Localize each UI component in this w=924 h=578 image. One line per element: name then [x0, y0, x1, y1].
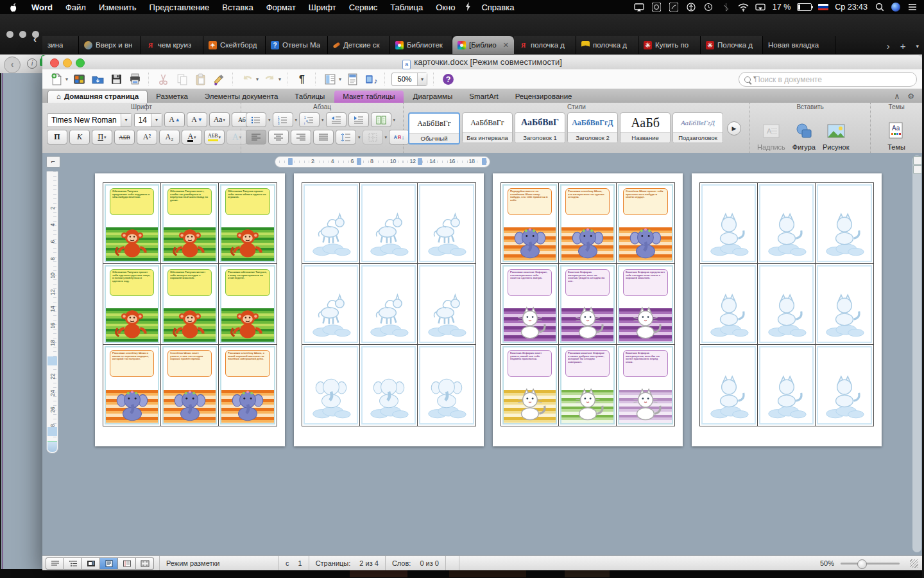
- table-cell[interactable]: Обезьянка Тянучка просит тебя сделать гр…: [103, 264, 161, 345]
- table-column-marker[interactable]: [482, 158, 486, 165]
- textbox-button[interactable]: АНадпись: [755, 121, 788, 151]
- browser-tab-4[interactable]: ?Ответы Ма: [266, 36, 328, 54]
- tab-selector[interactable]: ⌐: [46, 156, 60, 168]
- zoom-select[interactable]: 50%▾: [391, 73, 427, 86]
- browser-tab-10[interactable]: ✳Купить по: [638, 36, 701, 54]
- subscript-button[interactable]: А₂: [159, 130, 180, 144]
- document-elements-icon[interactable]: [345, 71, 360, 87]
- tab-close-icon[interactable]: ✕: [503, 41, 509, 49]
- table-cell[interactable]: [418, 183, 475, 264]
- notebook-view-button[interactable]: [118, 557, 136, 570]
- table-cell[interactable]: Кошечка Зефирка интересуется, кого бы ты…: [617, 345, 674, 426]
- airplay-display-icon[interactable]: [634, 3, 645, 12]
- grow-font-button[interactable]: А▲: [164, 112, 185, 127]
- vertical-ruler[interactable]: 246810121416182022242628: [46, 171, 58, 453]
- bluetooth-icon[interactable]: [721, 3, 732, 12]
- undo-icon[interactable]: [239, 71, 255, 87]
- browser-tab-6[interactable]: Библиотек: [390, 36, 452, 54]
- browser-tab-1[interactable]: Вверх и вн: [79, 36, 141, 54]
- align-right-button[interactable]: [291, 130, 311, 144]
- wifi-icon[interactable]: [738, 3, 749, 12]
- table-cell[interactable]: Обезьянка Тянучка предлагает тебе подума…: [103, 183, 161, 264]
- browser-tab-2[interactable]: Ячем круиз: [141, 36, 203, 54]
- table-cell[interactable]: [700, 264, 758, 345]
- draft-view-button[interactable]: [46, 557, 64, 570]
- table-cell[interactable]: Расскажи обезьянке Тянучке, к кому ты пр…: [219, 264, 277, 345]
- script-menu-icon[interactable]: [461, 2, 475, 13]
- align-center-button[interactable]: [268, 130, 289, 144]
- format-painter-icon[interactable]: [211, 71, 227, 87]
- style-chip-Без интервала[interactable]: АаБбВвГгБез интервала: [462, 112, 513, 143]
- style-chip-Название[interactable]: АаБбНазвание: [620, 112, 671, 143]
- photos-app-icon[interactable]: [651, 3, 662, 12]
- page-1[interactable]: Обезьянка Тянучка предлагает тебе подума…: [95, 173, 285, 446]
- shape-button[interactable]: Фигура: [790, 121, 818, 151]
- table-cell[interactable]: Расскажи слонёнку Шоко о каком-то хороше…: [103, 345, 161, 426]
- table-cell[interactable]: Кошечка Зефирка хочет узнать, какой сон …: [501, 345, 559, 426]
- browser-tab-5[interactable]: Детские ск: [328, 36, 390, 54]
- spotlight-search-icon[interactable]: [874, 3, 885, 12]
- more-styles-button[interactable]: ▶: [727, 121, 741, 136]
- table-cell[interactable]: [360, 264, 418, 345]
- style-chip-Заголовок 2[interactable]: АаБбВвГгДЗаголовок 2: [567, 112, 618, 143]
- table-cell[interactable]: [758, 345, 816, 426]
- resize-grip[interactable]: [910, 559, 918, 568]
- outline-view-button[interactable]: [64, 557, 82, 570]
- justify-button[interactable]: [313, 130, 334, 144]
- menubar-clock[interactable]: Ср 23:43: [835, 3, 868, 12]
- open-icon[interactable]: [90, 71, 105, 87]
- ribbon-tab-Разметка[interactable]: Разметка: [148, 91, 196, 103]
- page-4[interactable]: [692, 173, 882, 446]
- table-row-marker[interactable]: [47, 356, 57, 365]
- table-column-marker[interactable]: [288, 158, 293, 165]
- table-cell[interactable]: [302, 264, 360, 345]
- browser-tab-12[interactable]: Новая вкладка: [763, 36, 835, 54]
- zoom-slider-knob[interactable]: [857, 559, 867, 569]
- italic-button[interactable]: К: [69, 130, 90, 144]
- align-left-button[interactable]: [246, 130, 266, 144]
- table-cell[interactable]: Обезьянка Тянучка просит тебя тепло обня…: [219, 183, 277, 264]
- siri-icon[interactable]: [891, 3, 900, 12]
- table-cell[interactable]: [758, 183, 816, 264]
- fullscreen-view-button[interactable]: [136, 557, 154, 570]
- paste-icon[interactable]: [193, 71, 208, 87]
- media-browser-icon[interactable]: ♪: [363, 71, 379, 87]
- redo-icon[interactable]: [262, 71, 277, 87]
- new-tab-button[interactable]: +: [900, 40, 906, 51]
- input-language-flag[interactable]: [818, 4, 828, 10]
- table-cell[interactable]: Расскажи слонёнку Шоко, с какой хорошей …: [219, 345, 277, 426]
- tab-scroll-right-icon[interactable]: ›: [887, 40, 890, 51]
- gallery-icon[interactable]: [71, 71, 87, 87]
- numbering-button[interactable]: 123: [273, 112, 293, 127]
- browser-tab-8[interactable]: Яполочка д: [514, 36, 576, 54]
- table-cell[interactable]: Слонёнок Шоко хочет узнать, с кем ты сег…: [161, 345, 219, 426]
- browser-tab-7[interactable]: [Библио✕: [452, 36, 514, 54]
- menu-Изменить[interactable]: Изменить: [92, 3, 143, 12]
- borders-button[interactable]: [363, 130, 383, 144]
- horizontal-ruler[interactable]: 24681012141618: [275, 156, 490, 168]
- site-info-icon[interactable]: i: [27, 58, 37, 69]
- menu-Файл[interactable]: Файл: [59, 3, 92, 12]
- ribbon-tab-Элементы документа[interactable]: Элементы документа: [196, 91, 286, 103]
- style-chip-Подзаголовок[interactable]: АаБбВвГгДПодзаголовок: [672, 112, 723, 143]
- superscript-button[interactable]: А²: [137, 130, 157, 144]
- battery-icon[interactable]: [797, 3, 812, 11]
- document-area[interactable]: ⌐ 246810121416182022242628 2468101214161…: [42, 153, 922, 556]
- page-2[interactable]: [294, 173, 484, 446]
- table-cell[interactable]: [816, 345, 873, 426]
- table-cell[interactable]: Расскажи кошечке Зефирке о своих добрых …: [559, 345, 617, 426]
- print-layout-view-button[interactable]: [100, 557, 118, 570]
- show-formatting-icon[interactable]: ¶: [294, 71, 309, 87]
- decrease-indent-button[interactable]: [326, 112, 346, 127]
- style-chip-Обычный[interactable]: АаБбВвГгОбычный: [408, 112, 460, 144]
- browser-tab-11[interactable]: ✳Полочка д: [701, 36, 763, 54]
- columns-button[interactable]: [371, 112, 391, 127]
- page-3[interactable]: Порадуйся вместе со слонёнком Шоко чему-…: [493, 173, 683, 446]
- section-indicator[interactable]: с1: [279, 556, 309, 570]
- browser-tab-3[interactable]: ✦Скейтборд: [203, 36, 266, 54]
- view-layout-icon[interactable]: [322, 71, 338, 87]
- tab-scroll-left-icon[interactable]: ‹: [33, 33, 37, 44]
- ribbon-tab-Диаграммы[interactable]: Диаграммы: [405, 91, 461, 103]
- table-cell[interactable]: Расскажи слонёнку Шоко, что интересного …: [559, 183, 617, 264]
- menu-Представление[interactable]: Представление: [143, 3, 216, 12]
